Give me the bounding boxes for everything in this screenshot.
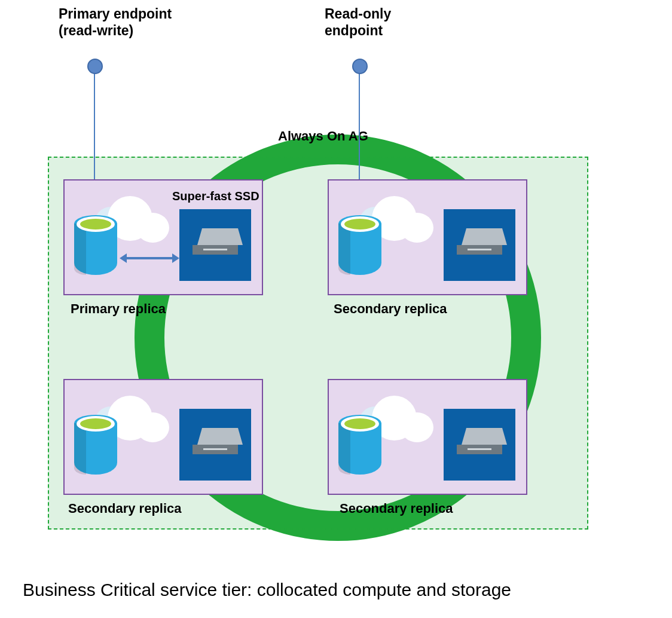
diagram-caption: Business Critical service tier: collocat… xyxy=(23,580,511,600)
database-cylinder-icon xyxy=(74,215,117,275)
secondary-replica-box-1 xyxy=(328,179,527,295)
database-icon xyxy=(338,396,410,479)
primary-endpoint-line2: (read-write) xyxy=(59,23,133,38)
database-icon xyxy=(74,196,146,280)
ssd-storage-icon xyxy=(444,209,515,281)
secondary-replica-label-3: Secondary replica xyxy=(340,501,453,516)
secondary-replica-label-1: Secondary replica xyxy=(334,301,447,317)
database-icon xyxy=(338,196,410,280)
ssd-storage-icon xyxy=(444,409,515,481)
secondary-replica-label-2: Secondary replica xyxy=(68,501,182,516)
readonly-endpoint-line1: Read-only xyxy=(325,6,391,22)
primary-endpoint-dot xyxy=(87,59,103,74)
readonly-endpoint-line2: endpoint xyxy=(325,23,383,38)
readonly-endpoint-label: Read-only endpoint xyxy=(325,6,444,39)
db-ssd-arrow xyxy=(127,257,172,259)
diagram-canvas: Always On AG Primary endpoint (read-writ… xyxy=(0,0,672,618)
database-cylinder-icon xyxy=(74,415,117,475)
primary-endpoint-line1: Primary endpoint xyxy=(59,6,172,22)
ssd-label: Super-fast SSD xyxy=(172,189,259,203)
database-icon xyxy=(74,396,146,479)
primary-replica-box: Super-fast SSD xyxy=(63,179,263,295)
primary-endpoint-label: Primary endpoint (read-write) xyxy=(59,6,214,39)
secondary-replica-box-3 xyxy=(328,379,527,495)
ssd-storage-icon xyxy=(179,209,251,281)
readonly-endpoint-dot xyxy=(352,59,368,74)
database-cylinder-icon xyxy=(338,415,381,475)
ssd-storage-icon xyxy=(179,409,251,481)
database-cylinder-icon xyxy=(338,215,381,275)
primary-replica-label: Primary replica xyxy=(71,301,166,317)
secondary-replica-box-2 xyxy=(63,379,263,495)
always-on-ag-label: Always On AG xyxy=(278,129,368,144)
